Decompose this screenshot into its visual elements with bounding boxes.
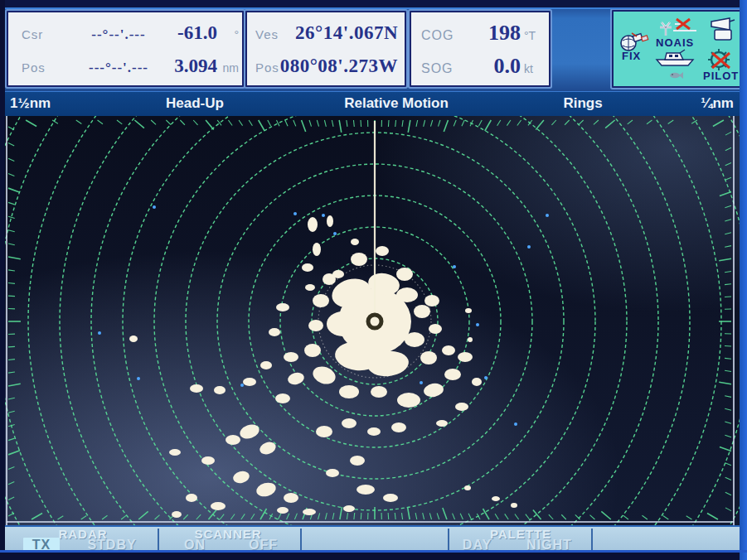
softkey-divider — [448, 529, 449, 550]
bezel-top-highlight — [0, 7, 747, 9]
loudhailer-icon[interactable] — [708, 17, 738, 46]
bezel-bottom-line — [0, 550, 747, 553]
sog-unit: kt — [521, 62, 549, 75]
cog-sog-panel: COG 198 °T SOG 0.0 kt — [410, 11, 551, 87]
cursor-bearing-value: -61.0 — [164, 22, 217, 44]
cog-unit: °T — [521, 29, 549, 42]
no-ais-label: NOAIS — [656, 36, 694, 49]
cursor-range-value: 3.094 — [164, 56, 217, 77]
cursor-data-panel: Csr --°--'.--- -61.0 ° Pos ---°--'.--- 3… — [7, 11, 244, 87]
vessel-position-panel: Ves 26°14'.067N Pos 080°08'.273W — [245, 11, 406, 87]
fix-label: FIX — [622, 50, 641, 62]
radar-display-screen: Csr --°--'.--- -61.0 ° Pos ---°--'.--- 3… — [0, 0, 747, 560]
mode-bar: 1½nm Head-Up Relative Motion Rings ¼nm — [0, 91, 747, 117]
pilot-label: PILOT — [703, 70, 739, 82]
bezel-right — [740, 0, 747, 560]
softkey-bar: RADAR TX STDBY SCANNER ON OFF PALETTE DA… — [0, 525, 747, 552]
motion-mode[interactable]: Relative Motion — [344, 95, 449, 112]
no-ais-icon[interactable] — [657, 16, 700, 38]
vessel-lat-row: Ves 26°14'.067N — [247, 22, 405, 44]
cursor-label: Csr — [8, 27, 73, 41]
cursor-range-unit: nm — [217, 61, 239, 75]
cursor-bearing-row: Csr --°--'.--- -61.0 ° — [8, 22, 242, 44]
vessel-longitude: 080°08'.273W — [280, 56, 405, 77]
fish-icon — [668, 70, 683, 80]
softkey-divider — [300, 529, 302, 550]
orientation-mode[interactable]: Head-Up — [166, 95, 224, 112]
cursor-pos-label: Pos — [8, 60, 73, 75]
position-label: Pos — [247, 60, 280, 75]
softkey-divider — [591, 529, 593, 550]
bezel-bottom — [0, 553, 747, 560]
top-data-bar: Csr --°--'.--- -61.0 ° Pos ---°--'.--- 3… — [0, 0, 747, 91]
cursor-range-row: Pos ---°--'.--- 3.094 nm — [8, 56, 242, 77]
softkey-divider — [158, 529, 159, 550]
sog-value: 0.0 — [464, 54, 521, 79]
radar-ppi-area[interactable] — [0, 116, 747, 525]
rings-label[interactable]: Rings — [563, 95, 602, 112]
cog-row: COG 198 °T — [411, 21, 549, 46]
cog-value: 198 — [464, 21, 521, 46]
cursor-bearing-unit: ° — [217, 28, 239, 41]
cursor-lon-value: ---°--'.--- — [73, 60, 164, 76]
vessel-lon-row: Pos 080°08'.273W — [247, 56, 405, 77]
range-value[interactable]: 1½nm — [10, 95, 51, 112]
vessel-latitude: 26°14'.067N — [289, 22, 405, 44]
sog-label: SOG — [411, 61, 464, 76]
radar-ppi-canvas[interactable] — [0, 116, 747, 525]
cursor-lat-value: --°--'.--- — [73, 27, 164, 43]
bezel-left — [0, 0, 5, 560]
cog-label: COG — [411, 28, 464, 43]
vessel-icon[interactable] — [655, 48, 695, 68]
status-icon-panel: FIX NOAIS — [612, 10, 745, 88]
vessel-label: Ves — [247, 27, 289, 41]
sog-row: SOG 0.0 kt — [411, 54, 549, 79]
ring-interval-value: ¼nm — [701, 95, 734, 112]
